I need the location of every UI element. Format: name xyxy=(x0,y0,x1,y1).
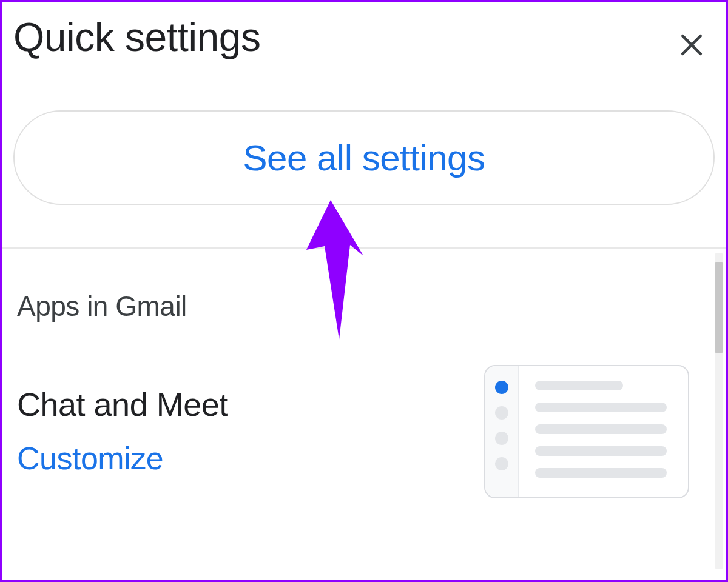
rail-dot-inactive-icon xyxy=(495,406,508,420)
panel-title: Quick settings xyxy=(13,15,261,61)
section-divider xyxy=(2,247,726,249)
apps-in-gmail-heading: Apps in Gmail xyxy=(2,253,726,323)
layout-preview-body xyxy=(519,366,688,497)
quick-settings-panel: Quick settings See all settings Apps in … xyxy=(0,0,728,582)
settings-scroll-region: Apps in Gmail Chat and Meet Customize xyxy=(2,253,726,498)
preview-line-icon xyxy=(535,446,667,456)
layout-preview-rail xyxy=(485,366,519,497)
chat-and-meet-text: Chat and Meet Customize xyxy=(17,387,228,476)
rail-dot-active-icon xyxy=(495,381,508,394)
close-icon xyxy=(678,32,705,58)
preview-line-icon xyxy=(535,403,667,412)
scrollbar-thumb[interactable] xyxy=(715,262,723,353)
chat-and-meet-title: Chat and Meet xyxy=(17,387,228,423)
see-all-settings-button[interactable]: See all settings xyxy=(13,110,715,205)
preview-line-icon xyxy=(535,381,623,390)
layout-preview-icon xyxy=(484,365,689,498)
rail-dot-inactive-icon xyxy=(495,457,508,470)
chat-and-meet-row[interactable]: Chat and Meet Customize xyxy=(2,323,726,498)
close-button[interactable] xyxy=(675,28,709,62)
chat-and-meet-thumbnail xyxy=(484,365,689,498)
preview-line-icon xyxy=(535,424,667,434)
see-all-settings-wrap: See all settings xyxy=(2,62,726,205)
rail-dot-inactive-icon xyxy=(495,432,508,445)
see-all-settings-label: See all settings xyxy=(243,137,485,179)
panel-header: Quick settings xyxy=(2,2,726,62)
customize-link[interactable]: Customize xyxy=(17,440,228,477)
preview-line-icon xyxy=(535,468,667,478)
